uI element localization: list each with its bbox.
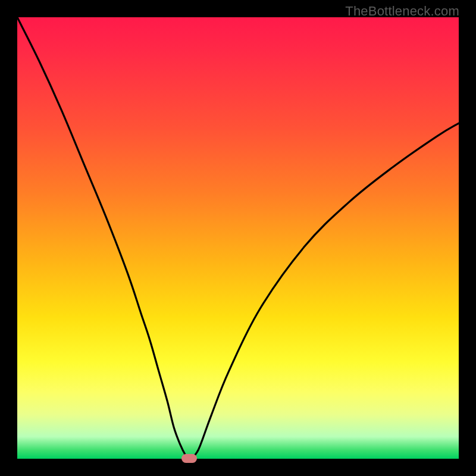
watermark-text: TheBottleneck.com [345,4,459,19]
optimal-marker [181,454,197,463]
bottleneck-curve [17,17,459,459]
chart-frame: TheBottleneck.com [0,0,476,476]
